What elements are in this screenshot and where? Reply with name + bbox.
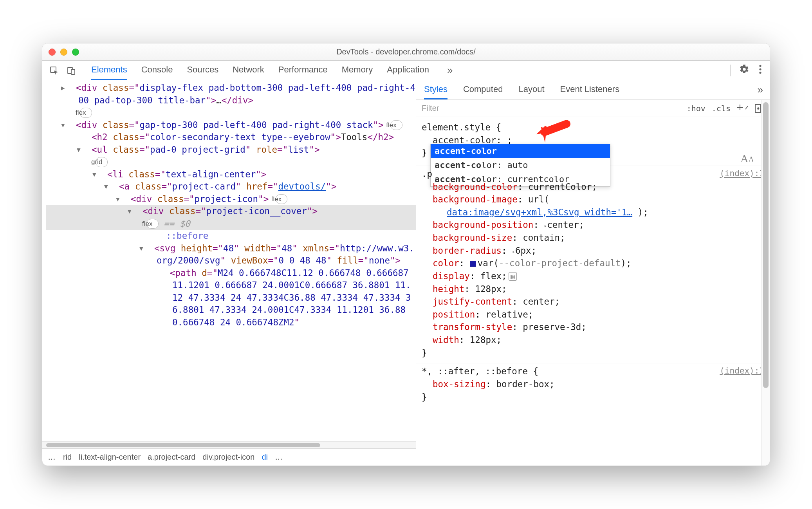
dom-node[interactable]: ▼<a class="project-card" href="devtools/… bbox=[46, 180, 416, 193]
dom-node[interactable]: ▼<div class="gap-top-300 pad-left-400 pa… bbox=[46, 119, 416, 132]
tab-event-listeners[interactable]: Event Listeners bbox=[560, 80, 620, 99]
svg-point-3 bbox=[759, 65, 761, 67]
horizontal-scrollbar[interactable] bbox=[42, 441, 416, 448]
tab-elements[interactable]: Elements bbox=[91, 61, 127, 80]
css-property-value-continuation[interactable]: data:image/svg+xml,%3Csvg width='1… ); bbox=[422, 206, 764, 219]
dom-node[interactable]: ▼<ul class="pad-0 project-grid" role="li… bbox=[46, 144, 416, 168]
tab-layout[interactable]: Layout bbox=[518, 80, 544, 99]
rule-selector[interactable]: element.style { bbox=[422, 121, 764, 134]
css-property[interactable]: background-size: contain; bbox=[422, 231, 764, 244]
tab-computed[interactable]: Computed bbox=[463, 80, 503, 99]
style-rule[interactable]: (index):1 *, ::after, ::before { box-siz… bbox=[416, 363, 770, 407]
style-rule[interactable]: (index):1 .p background-color: currentCo… bbox=[416, 166, 770, 363]
css-property[interactable]: background-color: currentColor; bbox=[422, 180, 764, 193]
rule-source-link[interactable]: (index):1 bbox=[720, 365, 764, 377]
svg-rect-2 bbox=[71, 69, 75, 74]
dom-node[interactable]: ▼<li class="text-align-center"> bbox=[46, 168, 416, 181]
vertical-scrollbar[interactable] bbox=[761, 100, 770, 466]
more-options-icon[interactable] bbox=[759, 64, 762, 77]
css-property[interactable]: background-position: ▸ center; bbox=[422, 218, 764, 231]
breadcrumb-item[interactable]: rid bbox=[63, 453, 72, 462]
dom-node[interactable]: ▼<div class="project-icon__cover"> flex … bbox=[46, 205, 416, 230]
inspect-element-icon[interactable] bbox=[46, 63, 62, 78]
css-property[interactable]: position: relative; bbox=[422, 308, 764, 321]
css-property[interactable]: height: 128px; bbox=[422, 283, 764, 296]
svg-point-5 bbox=[759, 72, 761, 74]
breadcrumb-item[interactable]: di bbox=[262, 453, 268, 462]
new-style-rule-button[interactable] bbox=[737, 102, 749, 114]
tab-sources[interactable]: Sources bbox=[187, 61, 218, 80]
elements-panel: ▶<div class="display-flex pad-bottom-300… bbox=[42, 80, 416, 466]
font-rendering-icon[interactable]: AA bbox=[740, 151, 754, 167]
layout-badge[interactable]: flex bbox=[146, 219, 159, 229]
dom-node[interactable]: ▼<div class="project-icon"> flex bbox=[46, 193, 416, 206]
styles-filter-input[interactable] bbox=[422, 104, 680, 113]
layout-badge[interactable]: grid bbox=[96, 157, 108, 167]
css-property[interactable]: width: 128px; bbox=[422, 334, 764, 347]
css-property[interactable]: justify-content: center; bbox=[422, 295, 764, 308]
rule-selector[interactable]: *, ::after, ::before { bbox=[422, 365, 764, 378]
tab-styles[interactable]: Styles bbox=[424, 80, 448, 99]
layout-badge[interactable]: flex bbox=[276, 194, 288, 204]
dom-node[interactable]: ::before bbox=[46, 230, 416, 242]
styles-content[interactable]: AA element.style { accent-color: ; } acc… bbox=[416, 117, 770, 466]
autocomplete-item[interactable]: accent-color bbox=[431, 144, 610, 158]
tab-performance[interactable]: Performance bbox=[278, 61, 328, 80]
breadcrumb-item[interactable]: a.project-card bbox=[148, 453, 195, 462]
layout-badge[interactable]: flex bbox=[390, 120, 402, 130]
svg-point-4 bbox=[759, 68, 761, 70]
settings-gear-icon[interactable] bbox=[739, 64, 749, 77]
css-property[interactable]: color: var(--color-project-default); bbox=[422, 257, 764, 270]
rule-close: } bbox=[422, 347, 764, 359]
main-tabs: Elements Console Sources Network Perform… bbox=[91, 61, 455, 80]
styles-panel: Styles Computed Layout Event Listeners »… bbox=[416, 80, 770, 466]
title-bar: DevTools - developer.chrome.com/docs/ bbox=[42, 43, 770, 61]
rule-close: } bbox=[422, 391, 764, 404]
main-toolbar: Elements Console Sources Network Perform… bbox=[42, 61, 770, 80]
dom-node[interactable]: <h2 class="color-secondary-text type--ey… bbox=[46, 131, 416, 144]
styles-filter-bar: :hov .cls bbox=[416, 100, 770, 117]
toggle-cls-button[interactable]: .cls bbox=[712, 104, 731, 113]
css-property[interactable]: display: flex;▦ bbox=[422, 270, 764, 283]
dom-node[interactable]: ▼<svg height="48" width="48" xmlns="http… bbox=[46, 242, 416, 267]
tab-memory[interactable]: Memory bbox=[342, 61, 373, 80]
toggle-hover-button[interactable]: :hov bbox=[687, 104, 706, 113]
breadcrumb-overflow-right[interactable]: … bbox=[275, 453, 283, 462]
styles-tabs: Styles Computed Layout Event Listeners » bbox=[416, 80, 770, 100]
breadcrumb-item[interactable]: div.project-icon bbox=[202, 453, 254, 462]
css-property[interactable]: box-sizing: border-box; bbox=[422, 378, 764, 391]
dom-tree[interactable]: ▶<div class="display-flex pad-bottom-300… bbox=[42, 80, 416, 441]
device-toolbar-icon[interactable] bbox=[63, 63, 79, 78]
style-rule-element[interactable]: AA element.style { accent-color: ; } acc… bbox=[416, 119, 770, 166]
breadcrumb-overflow-left[interactable]: … bbox=[48, 453, 56, 462]
dom-breadcrumb: … rid li.text-align-center a.project-car… bbox=[42, 448, 416, 466]
tab-application[interactable]: Application bbox=[387, 61, 429, 80]
tab-network[interactable]: Network bbox=[233, 61, 264, 80]
window-title: DevTools - developer.chrome.com/docs/ bbox=[42, 47, 770, 56]
css-property[interactable]: background-image: url( bbox=[422, 193, 764, 206]
devtools-window: DevTools - developer.chrome.com/docs/ El… bbox=[42, 43, 770, 466]
css-property[interactable]: transform-style: preserve-3d; bbox=[422, 321, 764, 334]
tab-console[interactable]: Console bbox=[141, 61, 173, 80]
css-property[interactable]: border-radius: ▸ 6px; bbox=[422, 244, 764, 257]
dom-node[interactable]: <path d="M24 0.666748C11.12 0.666748 0.6… bbox=[46, 267, 416, 329]
layout-badge[interactable]: flex bbox=[80, 108, 92, 118]
styles-tabs-overflow[interactable]: » bbox=[758, 84, 762, 96]
tabs-overflow-button[interactable]: » bbox=[447, 64, 451, 76]
dom-node[interactable]: ▶<div class="display-flex pad-bottom-300… bbox=[46, 82, 416, 119]
rule-selector[interactable]: .p bbox=[422, 168, 764, 180]
rule-source-link[interactable]: (index):1 bbox=[720, 168, 764, 179]
breadcrumb-item[interactable]: li.text-align-center bbox=[79, 453, 141, 462]
